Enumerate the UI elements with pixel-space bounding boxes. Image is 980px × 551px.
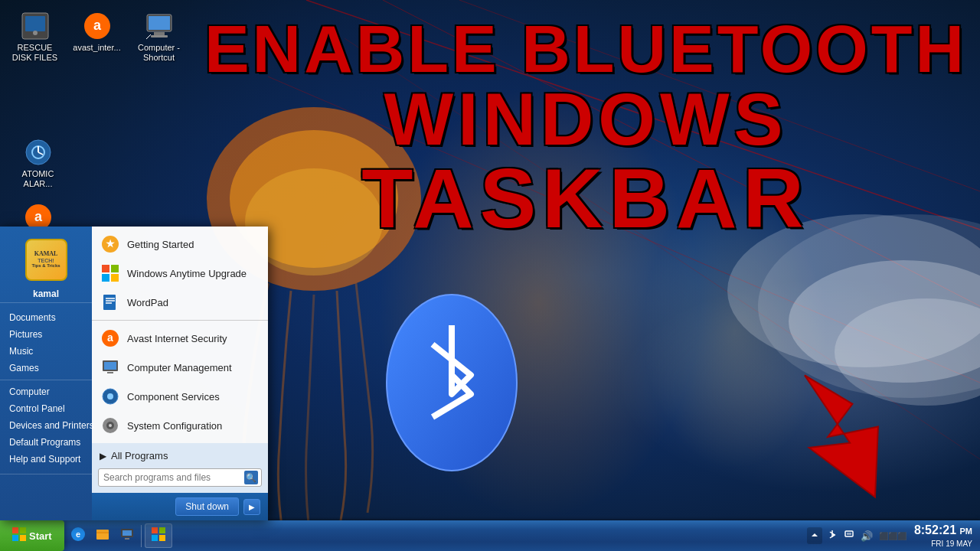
start-link-documents[interactable]: Documents: [0, 309, 92, 326]
quick-launch: e: [64, 525, 142, 547]
start-item-getting-started[interactable]: ★ Getting Started: [92, 230, 268, 259]
windows-logo-icon: [12, 527, 26, 544]
svg-rect-34: [102, 274, 109, 282]
start-item-wordpad[interactable]: WordPad: [92, 288, 268, 317]
svg-rect-62: [159, 527, 165, 533]
atomic-alarm-icon: [23, 137, 54, 168]
search-button[interactable]: 🔍: [244, 471, 258, 484]
svg-text:★: ★: [106, 238, 115, 249]
svg-rect-64: [159, 535, 165, 541]
component-services-icon: [100, 386, 121, 407]
desktop-icon-computer[interactable]: Computer - Shortcut: [130, 8, 188, 66]
clock-time: 8:52:21 PM: [914, 523, 972, 539]
rescue-disk-label: RESCUE DISK FILES: [9, 43, 60, 63]
clock-date: FRI 19 MAY: [914, 539, 972, 549]
avast-menu-icon: a: [100, 328, 121, 349]
shutdown-bar: Shut down ▶: [92, 493, 268, 520]
svg-rect-67: [847, 533, 851, 535]
bluetooth-icon-large: [375, 283, 528, 482]
start-menu-pinned: ★ Getting Started Windows Anytime Upgrad…: [92, 227, 268, 443]
start-menu-username: kamal: [24, 285, 68, 302]
avast-label: avast_inter...: [73, 43, 120, 53]
svg-point-49: [109, 424, 112, 427]
start-link-computer[interactable]: Computer: [0, 383, 92, 400]
svg-rect-53: [20, 535, 26, 541]
start-link-control-panel[interactable]: Control Panel: [0, 400, 92, 417]
ql-explorer-icon[interactable]: [92, 525, 113, 547]
svg-rect-63: [152, 535, 158, 541]
svg-rect-59: [122, 530, 132, 536]
desktop-icon-atomic-alarm[interactable]: ATOMIC ALAR...: [9, 134, 67, 192]
start-link-help[interactable]: Help and Support: [0, 451, 92, 468]
start-link-music[interactable]: Music: [0, 343, 92, 360]
start-link-pictures[interactable]: Pictures: [0, 326, 92, 343]
svg-rect-50: [12, 527, 18, 533]
start-item-computer-mgmt[interactable]: Computer Management: [92, 353, 268, 382]
svg-rect-18: [149, 16, 170, 30]
svg-marker-21: [146, 34, 151, 39]
search-box: 🔍: [98, 468, 262, 487]
svg-rect-44: [107, 372, 113, 373]
search-input[interactable]: [102, 471, 244, 484]
getting-started-icon: ★: [100, 233, 121, 255]
windows-upgrade-icon: [100, 262, 121, 284]
tray-bluetooth-icon[interactable]: [825, 528, 839, 544]
svg-text:e: e: [76, 530, 80, 539]
desktop-icons-row1: RESCUE DISK FILES a avast_inter...: [6, 8, 188, 66]
start-button[interactable]: Start: [0, 520, 64, 551]
svg-rect-61: [152, 527, 158, 533]
computer-shortcut-label: Computer - Shortcut: [133, 43, 185, 63]
svg-text:a: a: [34, 209, 42, 224]
start-menu-links: Documents Pictures Music Games Computer …: [0, 302, 92, 474]
shutdown-button[interactable]: Shut down: [175, 497, 239, 516]
desktop-icon-rescue-disk[interactable]: RESCUE DISK FILES: [6, 8, 64, 66]
taskbar-start-icon: [152, 527, 165, 544]
start-item-avast[interactable]: a Avast Internet Security: [92, 324, 268, 353]
computer-mgmt-icon: [100, 357, 121, 378]
svg-rect-36: [103, 295, 116, 310]
all-programs-arrow-icon: ▶: [100, 451, 106, 461]
tray-expand-button[interactable]: [807, 527, 822, 544]
start-item-component-services[interactable]: Component Services: [92, 382, 268, 411]
all-programs-button[interactable]: ▶ All Programs: [92, 446, 268, 465]
ql-network-icon[interactable]: [116, 525, 138, 547]
start-menu-bottom: ▶ All Programs 🔍: [92, 443, 268, 493]
taskbar-app-start[interactable]: [145, 523, 172, 548]
svg-text:a: a: [107, 331, 113, 344]
system-clock[interactable]: 8:52:21 PM FRI 19 MAY: [911, 523, 975, 549]
svg-rect-32: [102, 265, 109, 272]
start-link-games[interactable]: Games: [0, 360, 92, 377]
start-label: Start: [29, 530, 52, 542]
start-divider-1: [92, 320, 268, 321]
atomic-alarm-label: ATOMIC ALAR...: [12, 169, 64, 189]
svg-point-46: [107, 393, 113, 399]
taskbar-apps: [142, 523, 802, 548]
svg-point-14: [33, 31, 38, 35]
svg-rect-35: [111, 274, 119, 282]
svg-rect-13: [25, 16, 45, 31]
shutdown-arrow-button[interactable]: ▶: [243, 499, 260, 515]
desktop-icon-avast[interactable]: a avast_inter...: [68, 8, 126, 66]
ql-ie-icon[interactable]: e: [67, 525, 89, 547]
system-config-icon: [100, 415, 121, 436]
svg-rect-51: [20, 527, 26, 533]
start-menu: KAMAL TECH! Tips & Tricks kamal Document…: [0, 227, 268, 520]
start-menu-left-panel: ★ Getting Started Windows Anytime Upgrad…: [92, 227, 268, 520]
svg-text:a: a: [93, 18, 101, 33]
tray-network-icon[interactable]: [842, 528, 856, 544]
svg-rect-60: [125, 538, 129, 540]
avast-icon: a: [82, 11, 113, 41]
start-link-default-programs[interactable]: Default Programs: [0, 434, 92, 451]
system-tray: 🔊 ⬛⬛⬛ 8:52:21 PM FRI 19 MAY: [802, 520, 980, 551]
start-menu-user-avatar: KAMAL TECH! Tips & Tricks: [25, 239, 67, 281]
start-link-devices[interactable]: Devices and Printers: [0, 417, 92, 434]
taskbar: Start e: [0, 520, 980, 551]
wordpad-icon: [100, 292, 121, 313]
tray-volume-icon[interactable]: 🔊: [859, 529, 874, 543]
start-item-system-config[interactable]: System Configuration: [92, 411, 268, 440]
svg-rect-20: [151, 35, 168, 37]
svg-rect-43: [104, 362, 116, 370]
start-item-windows-upgrade[interactable]: Windows Anytime Upgrade: [92, 259, 268, 288]
svg-rect-57: [96, 530, 102, 533]
svg-rect-52: [12, 535, 18, 541]
